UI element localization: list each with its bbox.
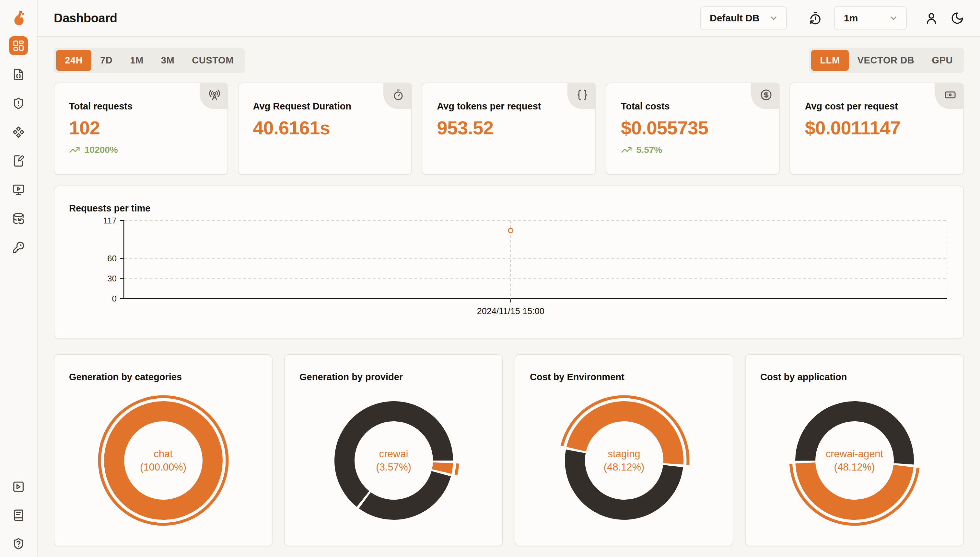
chart-title: Generation by categories [69, 372, 182, 383]
donut-label: staging [515, 447, 733, 461]
tab-3m[interactable]: 3M [152, 50, 183, 71]
donut-label: crewai-agent [746, 447, 963, 461]
square-play-icon [12, 480, 24, 493]
components-icon [12, 126, 24, 138]
cost-by-environment-card: Cost by Environment staging (48.12%) [514, 354, 733, 546]
stat-value: $0.0011147 [805, 117, 963, 138]
stat-value: $0.055735 [621, 117, 779, 138]
dark-mode-toggle[interactable] [949, 10, 966, 26]
tab-7d[interactable]: 7D [91, 50, 121, 71]
stat-trend: 5.57% [621, 145, 779, 155]
tab-1m[interactable]: 1M [121, 50, 152, 71]
tab-gpu[interactable]: GPU [923, 50, 962, 71]
chevron-down-icon [769, 13, 778, 23]
user-profile-button[interactable] [923, 10, 940, 26]
shield-question-icon [12, 537, 24, 550]
stat-trend-value: 5.57% [637, 145, 662, 155]
chart-title: Cost by application [760, 372, 847, 383]
sidebar-item-support[interactable] [9, 534, 28, 553]
svg-text:0: 0 [112, 294, 117, 303]
shield-alert-icon [12, 97, 24, 109]
braces-icon [577, 89, 588, 101]
tab-llm[interactable]: LLM [811, 50, 848, 71]
sidebar-nav [9, 36, 28, 267]
donut-percentage: (3.57%) [285, 461, 502, 474]
donut-center-label: staging (48.12%) [515, 447, 733, 474]
stat-card-avg-cost: Avg cost per request $0.0011147 [789, 83, 964, 175]
requests-line-chart[interactable]: 030601172024/11/15 15:00 [54, 186, 963, 339]
generation-by-provider-card: Generation by provider crewai (3.57%) [284, 354, 503, 546]
stat-value: 953.52 [437, 117, 595, 138]
moon-icon [951, 11, 964, 25]
time-range-tabs: 24H 7D 1M 3M CUSTOM [54, 47, 245, 73]
monitor-play-icon [12, 184, 24, 196]
circle-dollar-icon [760, 89, 772, 101]
key-icon [12, 241, 24, 254]
sidebar-footer-nav [9, 477, 28, 557]
filter-row: 24H 7D 1M 3M CUSTOM LLM VECTOR DB GPU [54, 47, 964, 73]
sidebar-item-dashboard[interactable] [9, 36, 28, 55]
database-select-value: Default DB [710, 13, 759, 24]
requests-per-time-card: Requests per time 030601172024/11/15 15:… [54, 186, 964, 339]
tab-vector-db[interactable]: VECTOR DB [849, 50, 923, 71]
main-area: Dashboard Default DB 1m [38, 0, 980, 557]
sidebar-item-api-keys[interactable] [9, 238, 28, 257]
stat-card-total-costs: Total costs $0.055735 5.57% [606, 83, 780, 175]
sidebar-item-demo-video[interactable] [9, 477, 28, 496]
layout-dashboard-icon [12, 39, 24, 52]
refresh-interval-value: 1m [844, 13, 858, 24]
flame-logo-icon [11, 8, 26, 28]
svg-text:60: 60 [107, 254, 117, 263]
donut-label: chat [54, 447, 272, 461]
svg-text:2024/11/15 15:00: 2024/11/15 15:00 [477, 306, 544, 316]
donut-label: crewai [285, 447, 502, 461]
database-backup-icon [12, 212, 24, 225]
timer-icon [392, 89, 404, 101]
tab-custom[interactable]: CUSTOM [183, 50, 242, 71]
stat-trend-value: 10200% [85, 145, 118, 155]
sidebar-item-playground[interactable] [9, 181, 28, 199]
stat-cards-row: Total requests 102 10200% Avg Request Du… [54, 83, 964, 175]
donut-center-label: crewai (3.57%) [285, 447, 502, 474]
book-icon [12, 509, 24, 521]
sidebar-item-exceptions[interactable] [9, 94, 28, 113]
donut-percentage: (100.00%) [54, 461, 272, 474]
donut-percentage: (48.12%) [746, 461, 963, 474]
tab-24h[interactable]: 24H [56, 50, 91, 71]
stat-value: 102 [69, 117, 227, 138]
database-select[interactable]: Default DB [700, 6, 787, 30]
top-header: Dashboard Default DB 1m [38, 0, 980, 36]
sidebar [0, 0, 38, 557]
donut-percentage: (48.12%) [515, 461, 733, 474]
svg-text:117: 117 [103, 216, 117, 225]
svg-text:30: 30 [107, 274, 117, 283]
stat-card-avg-tokens: Avg tokens per request 953.52 [421, 83, 596, 175]
donut-center-label: chat (100.00%) [54, 447, 272, 474]
banknote-icon [944, 89, 956, 101]
chart-title: Generation by provider [299, 372, 403, 383]
stat-trend: 10200% [69, 145, 227, 155]
stat-value: 40.6161s [253, 117, 412, 138]
sidebar-item-integrations[interactable] [9, 123, 28, 142]
refresh-timer-button[interactable] [807, 10, 824, 26]
generation-by-categories-card: Generation by categories chat (100.00%) [54, 354, 273, 546]
scope-tabs: LLM VECTOR DB GPU [809, 47, 964, 73]
header-controls: Default DB 1m [700, 6, 966, 30]
user-icon [924, 11, 938, 25]
stat-card-total-requests: Total requests 102 10200% [54, 83, 228, 175]
sidebar-item-databases[interactable] [9, 209, 28, 228]
content: 24H 7D 1M 3M CUSTOM LLM VECTOR DB GPU To… [38, 36, 980, 557]
refresh-interval-select[interactable]: 1m [834, 6, 907, 30]
trending-up-icon [69, 145, 80, 155]
chart-title: Cost by Environment [530, 372, 624, 383]
file-code-icon [12, 68, 24, 81]
app-logo[interactable] [0, 0, 37, 36]
donut-center-label: crewai-agent (48.12%) [746, 447, 963, 474]
sidebar-item-prompts[interactable] [9, 151, 28, 170]
sidebar-item-documentation[interactable] [9, 506, 28, 524]
trending-up-icon [621, 145, 632, 155]
sidebar-item-requests[interactable] [9, 65, 28, 84]
dashboard-page: Dashboard Default DB 1m [0, 0, 980, 557]
timer-reset-icon [808, 11, 822, 25]
radio-tower-icon [209, 89, 220, 101]
